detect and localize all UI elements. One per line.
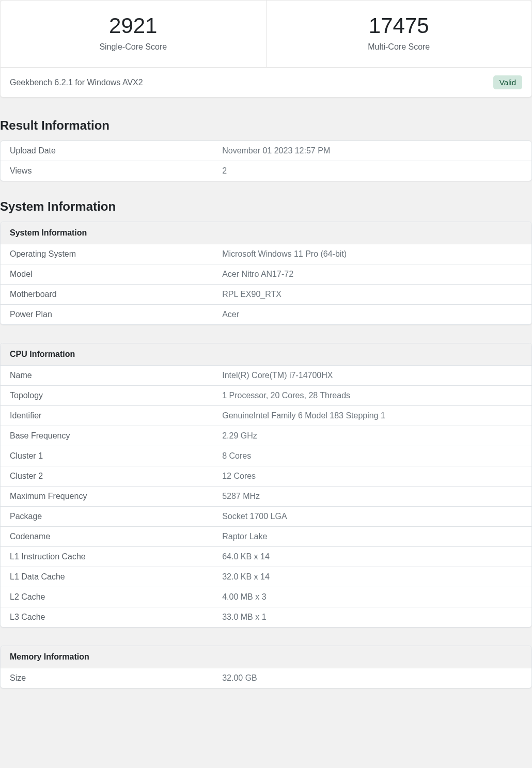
row-key: L3 Cache [1, 607, 213, 627]
row-key: Codename [1, 527, 213, 547]
multi-core-score-label: Multi-Core Score [277, 42, 522, 52]
table-row: ModelAcer Nitro AN17-72 [1, 264, 531, 285]
row-value: 12 Cores [213, 466, 531, 487]
single-core-score-value: 2921 [11, 13, 256, 38]
row-value: Microsoft Windows 11 Pro (64-bit) [213, 244, 531, 264]
table-row: Power PlanAcer [1, 305, 531, 324]
result-info-heading: Result Information [0, 118, 532, 133]
table-row: Size32.00 GB [1, 668, 531, 688]
table-row: NameIntel(R) Core(TM) i7-14700HX [1, 366, 531, 386]
row-value: Acer Nitro AN17-72 [213, 264, 531, 285]
table-row: Base Frequency2.29 GHz [1, 426, 531, 446]
row-value: RPL EX90_RTX [213, 285, 531, 305]
row-value: 33.0 MB x 1 [213, 607, 531, 627]
table-row: Views2 [1, 161, 531, 181]
row-key: Package [1, 507, 213, 527]
table-row: L1 Instruction Cache64.0 KB x 14 [1, 547, 531, 567]
row-key: L2 Cache [1, 587, 213, 607]
row-value: 5287 MHz [213, 487, 531, 507]
system-info-table: System Information Operating SystemMicro… [0, 222, 532, 325]
row-key: Upload Date [1, 141, 213, 161]
table-row: L1 Data Cache32.0 KB x 14 [1, 567, 531, 587]
row-key: Operating System [1, 244, 213, 264]
row-key: Size [1, 668, 213, 688]
system-info-heading: System Information [0, 199, 532, 214]
multi-core-score-box: 17475 Multi-Core Score [267, 1, 532, 67]
table-row: L2 Cache4.00 MB x 3 [1, 587, 531, 607]
valid-badge: Valid [493, 75, 522, 89]
memory-info-body: Size32.00 GB [1, 668, 531, 688]
table-row: IdentifierGenuineIntel Family 6 Model 18… [1, 406, 531, 426]
multi-core-score-value: 17475 [277, 13, 522, 38]
row-key: Views [1, 161, 213, 181]
row-key: Maximum Frequency [1, 487, 213, 507]
row-value: November 01 2023 12:57 PM [213, 141, 531, 161]
row-key: L1 Instruction Cache [1, 547, 213, 567]
table-row: Cluster 18 Cores [1, 446, 531, 466]
result-info-table: Upload DateNovember 01 2023 12:57 PMView… [0, 140, 532, 181]
version-text: Geekbench 6.2.1 for Windows AVX2 [10, 78, 143, 87]
table-row: PackageSocket 1700 LGA [1, 507, 531, 527]
row-key: Cluster 2 [1, 466, 213, 487]
table-row: Operating SystemMicrosoft Windows 11 Pro… [1, 244, 531, 264]
cpu-info-header: CPU Information [1, 343, 531, 366]
row-value: 32.00 GB [213, 668, 531, 688]
row-value: 8 Cores [213, 446, 531, 466]
table-row: MotherboardRPL EX90_RTX [1, 285, 531, 305]
row-value: 4.00 MB x 3 [213, 587, 531, 607]
row-key: Identifier [1, 406, 213, 426]
cpu-info-table: CPU Information NameIntel(R) Core(TM) i7… [0, 343, 532, 628]
row-key: Cluster 1 [1, 446, 213, 466]
row-key: L1 Data Cache [1, 567, 213, 587]
row-value: 64.0 KB x 14 [213, 547, 531, 567]
row-value: GenuineIntel Family 6 Model 183 Stepping… [213, 406, 531, 426]
row-key: Model [1, 264, 213, 285]
table-row: L3 Cache33.0 MB x 1 [1, 607, 531, 627]
table-row: CodenameRaptor Lake [1, 527, 531, 547]
table-row: Upload DateNovember 01 2023 12:57 PM [1, 141, 531, 161]
table-row: Cluster 212 Cores [1, 466, 531, 487]
row-value: Raptor Lake [213, 527, 531, 547]
row-key: Name [1, 366, 213, 386]
row-key: Base Frequency [1, 426, 213, 446]
single-core-score-box: 2921 Single-Core Score [1, 1, 267, 67]
table-row: Topology1 Processor, 20 Cores, 28 Thread… [1, 386, 531, 406]
cpu-info-body: NameIntel(R) Core(TM) i7-14700HXTopology… [1, 366, 531, 627]
table-row: Maximum Frequency5287 MHz [1, 487, 531, 507]
memory-info-table: Memory Information Size32.00 GB [0, 646, 532, 688]
row-value: Acer [213, 305, 531, 324]
scores-container: 2921 Single-Core Score 17475 Multi-Core … [0, 0, 532, 68]
row-key: Power Plan [1, 305, 213, 324]
version-bar: Geekbench 6.2.1 for Windows AVX2 Valid [0, 68, 532, 98]
row-value: Intel(R) Core(TM) i7-14700HX [213, 366, 531, 386]
system-info-header: System Information [1, 222, 531, 244]
row-key: Motherboard [1, 285, 213, 305]
row-value: 1 Processor, 20 Cores, 28 Threads [213, 386, 531, 406]
row-value: 2 [213, 161, 531, 181]
row-value: 2.29 GHz [213, 426, 531, 446]
row-value: Socket 1700 LGA [213, 507, 531, 527]
row-key: Topology [1, 386, 213, 406]
system-info-body: Operating SystemMicrosoft Windows 11 Pro… [1, 244, 531, 324]
memory-info-header: Memory Information [1, 646, 531, 668]
row-value: 32.0 KB x 14 [213, 567, 531, 587]
single-core-score-label: Single-Core Score [11, 42, 256, 52]
result-info-body: Upload DateNovember 01 2023 12:57 PMView… [1, 141, 531, 181]
